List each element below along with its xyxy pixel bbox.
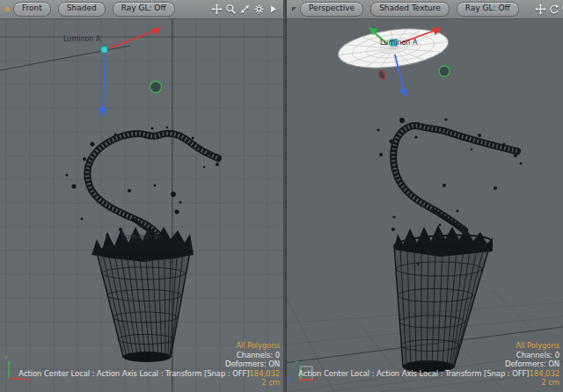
- perspective-hud: All Polygons Channels: 0 Deformers: ON A…: [298, 341, 559, 388]
- poly-count: 184,032: [530, 369, 559, 378]
- grid-size-text: 2 cm: [18, 378, 280, 388]
- y-axis-label: Y: [4, 354, 8, 361]
- perspective-view-canvas[interactable]: Luminon A: [287, 0, 563, 392]
- perspective-viewport-toolbar: Perspective Shaded Texture Ray GL: Off: [287, 0, 563, 19]
- pan-icon[interactable]: [535, 4, 546, 16]
- y-axis-label: Y: [294, 359, 298, 367]
- light-item-ring-green[interactable]: [439, 66, 450, 76]
- shading-mode-button[interactable]: Shaded: [58, 2, 106, 17]
- front-viewport-toolbar: Front Shaded Ray GL: Off: [0, 0, 283, 19]
- channels-text: Channels: 0: [18, 351, 280, 360]
- pan-icon[interactable]: [210, 4, 223, 16]
- deformers-text: Deformers: ON: [18, 359, 280, 369]
- luminon-a-label: Luminon A: [63, 35, 101, 43]
- viewport-perspective[interactable]: Luminon A: [287, 0, 563, 392]
- shading-mode-button[interactable]: Shaded Texture: [370, 2, 450, 17]
- light-item-ring[interactable]: [150, 82, 162, 93]
- selection-mode-text: All Polygons: [298, 341, 559, 351]
- view-type-button[interactable]: Front: [13, 2, 51, 17]
- selection-mode-text: All Polygons: [18, 341, 280, 351]
- raygl-button[interactable]: Ray GL: Off: [457, 2, 519, 17]
- gear-icon[interactable]: [252, 4, 265, 16]
- z-axis-label: Z: [288, 376, 292, 383]
- viewport-state-marker[interactable]: [292, 7, 296, 11]
- chevron-right-icon[interactable]: [267, 4, 279, 16]
- viewport-state-dot[interactable]: [5, 7, 10, 11]
- luminon-b-label: Luminon B: [121, 233, 158, 241]
- modo-3d-viewport-window: Luminon A: [0, 0, 563, 392]
- rotate-icon[interactable]: [548, 4, 559, 16]
- channels-text: Channels: 0: [298, 351, 559, 360]
- item-center-handle[interactable]: [101, 47, 107, 53]
- grid-size-text: 2 cm: [298, 378, 559, 388]
- luminon-a-label: Luminon A: [380, 39, 418, 47]
- raygl-button[interactable]: Ray GL: Off: [113, 2, 175, 17]
- viewport-front[interactable]: Luminon A: [0, 0, 283, 392]
- action-center-text: Action Center Local : Action Axis Local …: [298, 369, 559, 379]
- front-view-canvas[interactable]: Luminon A: [0, 0, 283, 392]
- zoom-icon[interactable]: [224, 4, 237, 16]
- front-hud: All Polygons Channels: 0 Deformers: ON A…: [18, 341, 280, 388]
- view-type-button[interactable]: Perspective: [300, 2, 363, 17]
- poly-count: 184,032: [250, 369, 280, 378]
- deformers-text: Deformers: ON: [298, 359, 559, 369]
- maximize-icon[interactable]: [238, 4, 251, 16]
- action-center-text: Action Center Local : Action Axis Local …: [18, 369, 280, 379]
